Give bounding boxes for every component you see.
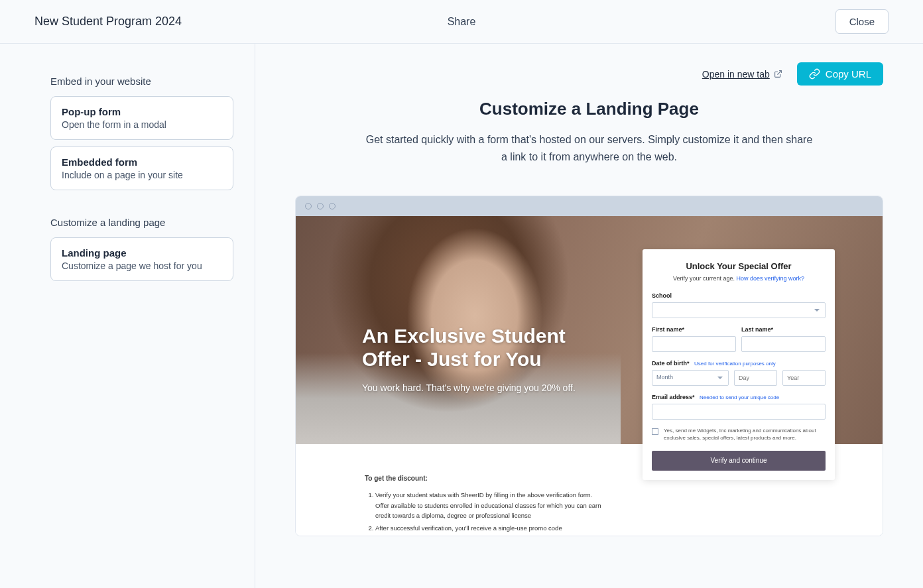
sidebar-section1-label: Embed in your website: [50, 76, 233, 87]
content-actions: Open in new tab Copy URL: [295, 62, 883, 86]
hero-title-line2: Offer - Just for You: [362, 348, 542, 370]
how-verifying-link[interactable]: How does verifying work?: [737, 275, 805, 282]
month-select[interactable]: Month: [652, 370, 729, 386]
top-bar-center-label: Share: [448, 16, 476, 28]
close-button[interactable]: Close: [835, 9, 889, 34]
verify-continue-button[interactable]: Verify and continue: [652, 451, 826, 471]
form-field-last-name: Last name*: [741, 326, 826, 352]
sidebar-section2-label: Customize a landing page: [50, 217, 233, 228]
open-in-new-tab-link[interactable]: Open in new tab: [702, 69, 782, 80]
content-subheading: Get started quickly with a form that's h…: [364, 131, 815, 165]
form-subtitle: Verify your current age. How does verify…: [652, 275, 826, 282]
link-icon: [809, 68, 820, 80]
marketing-checkbox[interactable]: [652, 428, 658, 435]
content-pane: Open in new tab Copy URL Customize a Lan…: [255, 44, 923, 588]
form-checkbox-row: Yes, send me Widgets, Inc marketing and …: [652, 428, 826, 441]
last-name-input[interactable]: [741, 336, 826, 352]
first-name-label: First name*: [652, 326, 736, 333]
sidebar: Embed in your website Pop-up form Open t…: [0, 44, 255, 588]
main-layout: Embed in your website Pop-up form Open t…: [0, 44, 923, 588]
page-title: New Student Program 2024: [34, 15, 182, 29]
dob-label-text: Date of birth*: [652, 360, 690, 367]
first-name-input[interactable]: [652, 336, 736, 352]
sidebar-card-embedded-form[interactable]: Embedded form Include on a page in your …: [50, 147, 233, 190]
day-input[interactable]: [734, 370, 777, 386]
sidebar-card-title: Embedded form: [62, 156, 222, 168]
email-label: Email address* Needed to send your uniqu…: [652, 394, 826, 400]
year-input[interactable]: [782, 370, 826, 386]
hero-title-line1: An Exclusive Student: [362, 325, 566, 347]
hero-text: An Exclusive Student Offer - Just for Yo…: [362, 325, 576, 393]
email-hint: Needed to send your unique code: [700, 394, 779, 400]
school-select[interactable]: [652, 302, 826, 318]
form-field-email: Email address* Needed to send your uniqu…: [652, 394, 826, 420]
sidebar-card-title: Landing page: [62, 247, 222, 259]
sidebar-card-landing-page[interactable]: Landing page Customize a page we host fo…: [50, 237, 233, 281]
checkbox-label: Yes, send me Widgets, Inc marketing and …: [664, 428, 826, 441]
preview-window: An Exclusive Student Offer - Just for Yo…: [295, 196, 883, 536]
preview-chrome-bar: [296, 196, 883, 216]
form-field-dob: Date of birth* Used for verification pur…: [652, 360, 826, 386]
hero-subtitle: You work hard. That's why we're giving y…: [362, 382, 576, 393]
form-row-name: First name* Last name*: [652, 326, 826, 352]
sidebar-card-sub: Include on a page in your site: [62, 170, 222, 180]
email-input[interactable]: [652, 404, 826, 420]
form-field-school: School: [652, 292, 826, 318]
copy-url-text: Copy URL: [826, 68, 871, 80]
sidebar-card-sub: Customize a page we host for you: [62, 261, 222, 271]
top-bar: New Student Program 2024 Share Close: [0, 0, 923, 44]
form-sub-text: Verify your current age.: [673, 275, 737, 282]
svg-line-0: [777, 71, 781, 75]
open-in-new-tab-text: Open in new tab: [702, 69, 770, 80]
form-field-first-name: First name*: [652, 326, 736, 352]
sidebar-card-popup-form[interactable]: Pop-up form Open the form in a modal: [50, 96, 233, 140]
school-label: School: [652, 292, 826, 299]
last-name-label: Last name*: [741, 326, 826, 333]
chrome-dot-icon: [317, 203, 324, 209]
sidebar-card-sub: Open the form in a modal: [62, 119, 222, 130]
preview-body: An Exclusive Student Offer - Just for Yo…: [296, 216, 883, 536]
chrome-dot-icon: [329, 203, 336, 209]
discount-step: After successful verification, you'll re…: [375, 523, 603, 533]
discount-title: To get the discount:: [365, 475, 603, 482]
sidebar-card-title: Pop-up form: [62, 106, 222, 117]
discount-step: Verify your student status with SheerID …: [375, 490, 603, 520]
discount-instructions: To get the discount: Verify your student…: [365, 451, 603, 536]
form-title: Unlock Your Special Offer: [652, 261, 826, 271]
email-label-text: Email address*: [652, 394, 695, 400]
copy-url-button[interactable]: Copy URL: [797, 62, 883, 86]
dob-hint: Used for verification purposes only: [694, 361, 776, 367]
content-heading: Customize a Landing Page: [295, 99, 883, 119]
dob-label: Date of birth* Used for verification pur…: [652, 360, 826, 367]
discount-steps-list: Verify your student status with SheerID …: [365, 490, 603, 533]
hero-title: An Exclusive Student Offer - Just for Yo…: [362, 325, 576, 371]
chrome-dot-icon: [305, 203, 312, 209]
preview-form-card: Unlock Your Special Offer Verify your cu…: [643, 249, 835, 480]
external-link-icon: [774, 70, 782, 78]
